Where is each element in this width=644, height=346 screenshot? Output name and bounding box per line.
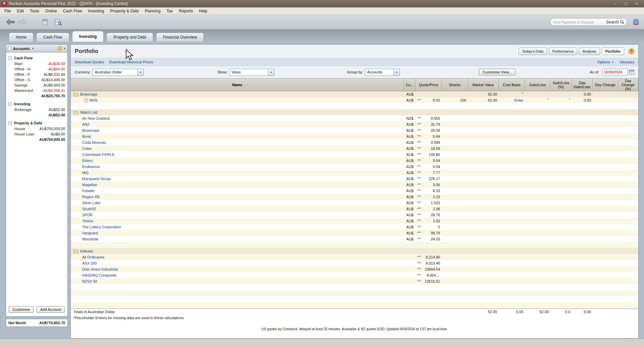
security-name[interactable]: Dow Jones Industrials [82, 267, 118, 271]
column-header-quote-price[interactable]: Quote/Price [416, 78, 442, 91]
asof-date-input[interactable] [602, 69, 628, 75]
menu-investing[interactable]: Investing [85, 8, 107, 14]
column-header-day-change[interactable]: Day Change (%) [618, 78, 638, 91]
tab-investing[interactable]: Investing [72, 31, 104, 42]
view-button-performance[interactable]: Performance [549, 48, 577, 55]
account-offset-p[interactable]: Offset - PAU$6,011.69 [6, 72, 67, 77]
column-header-name[interactable]: Name [71, 78, 404, 91]
column-header-day-gain-loss[interactable]: Day Gain/Loss [572, 78, 593, 91]
account-savings[interactable]: SavingsAU$5,000.00 [6, 82, 67, 88]
customise-view-button[interactable]: Customise View... [479, 69, 516, 75]
security-row-bluescope[interactable]: BluescopeAU$est.20.06 [71, 127, 638, 133]
security-name[interactable]: Coles [82, 147, 92, 151]
security-name[interactable]: RKN [90, 98, 97, 102]
menu-tax[interactable]: Tax [164, 8, 176, 14]
security-row-telstra[interactable]: TelstraAU$est.3.93 [71, 218, 638, 224]
security-name[interactable]: Elders [82, 159, 93, 163]
column-header-cost-basis[interactable]: Cost Basis [499, 78, 525, 91]
account-house-loan[interactable]: House LoanAU$0.00 [6, 131, 67, 137]
security-name[interactable]: NZSX 50 [82, 279, 97, 283]
glossary-link[interactable]: Glossary [620, 60, 634, 64]
tab-property-and-debt[interactable]: Property and Debt [106, 33, 153, 42]
chevron-down-icon[interactable]: ▼ [268, 69, 274, 75]
chevron-down-icon[interactable]: ▼ [393, 69, 399, 75]
security-name[interactable]: Region RE [82, 195, 100, 199]
link-download-quotes[interactable]: Download Quotes [75, 60, 104, 64]
column-header-market-value[interactable]: Market Value [468, 78, 499, 91]
back-button[interactable] [4, 17, 16, 27]
security-row-endeavour[interactable]: EndeavourAU$est.5.04 [71, 164, 638, 170]
security-row-boral[interactable]: BoralAU$est.5.64 [71, 133, 638, 139]
menu-help[interactable]: Help [196, 8, 210, 14]
column-header-cu[interactable]: Cu... [404, 78, 416, 91]
customise-button[interactable]: Customise [9, 306, 34, 313]
accounts-header[interactable]: − Accounts ▼ ▼ [6, 45, 67, 53]
link-download-historical-prices[interactable]: Download Historical Prices [109, 60, 153, 64]
security-row-rkn[interactable]: +RKNAU$est.0.5210052.00Enter**0.00 [71, 97, 638, 103]
group-name[interactable]: Brokerage [80, 92, 97, 96]
tab-financial-overview[interactable]: Financial Overview [156, 33, 204, 42]
view-button-today-s-data[interactable]: Today's Data [519, 48, 547, 55]
collapse-icon[interactable]: − [8, 121, 12, 125]
menu-file[interactable]: File [1, 8, 14, 14]
currency-select[interactable]: Australian Dollar ▼ [93, 69, 144, 76]
column-header-gain-loss[interactable]: Gain/Loss (%) [550, 78, 572, 91]
account-main[interactable]: Main-AU$38.58 [6, 61, 67, 66]
account-brokerage[interactable]: BrokerageAU$52.00 [6, 107, 67, 112]
security-row-vanguard[interactable]: VanguardAU$est.99.79 [71, 230, 638, 236]
minimize-button[interactable]: – [610, 1, 621, 7]
security-row-nasdaq-composite[interactable]: NASDAQ Compositeest.8,854.... [71, 272, 638, 278]
menu-online[interactable]: Online [42, 8, 60, 14]
help-icon[interactable]: ? [628, 48, 634, 54]
security-row-the-lottery-corporation[interactable]: The Lottery CorporationAU$est.5 [71, 224, 638, 230]
search-input[interactable] [553, 20, 604, 24]
security-row-all-ordinaries[interactable]: All Ordinariesest.8,214.80 [71, 254, 638, 260]
group-row-brokerage[interactable]: BrokerageAU$52.00*0.00 [71, 91, 638, 97]
security-name[interactable]: Endeavour [82, 165, 100, 169]
security-row-nzsx-50[interactable]: NZSX 50est.12615.51 [71, 278, 638, 284]
security-name[interactable]: Woodside [82, 237, 99, 241]
security-name[interactable]: Commbank PERLS [82, 153, 114, 157]
options-menu[interactable]: Options ▼ [597, 60, 614, 64]
chevron-down-icon[interactable]: ▼ [137, 69, 143, 75]
security-name[interactable]: Paladin [82, 189, 95, 193]
view-button-analysis[interactable]: Analysis [579, 48, 600, 55]
column-header-shares[interactable]: Shares [442, 78, 468, 91]
tab-cash-flow[interactable]: Cash Flow [36, 33, 69, 42]
security-row-silver-lake[interactable]: Silver LakeAU$est.1.525 [71, 200, 638, 206]
search-box[interactable]: Search [550, 18, 627, 26]
group-row-indexes[interactable]: Indexes [71, 248, 638, 254]
security-name[interactable]: IAG [82, 171, 89, 175]
section-cash-flow[interactable]: −Cash Flow [6, 55, 67, 61]
globe-icon[interactable] [632, 18, 640, 26]
security-row-coda-minerals[interactable]: Coda MineralsAU$est.0.099 [71, 139, 638, 146]
group-name[interactable]: Indexes [80, 249, 93, 253]
security-name[interactable]: ASX 200 [82, 261, 97, 265]
security-name[interactable]: ANZ [82, 122, 90, 126]
security-row-anz[interactable]: ANZAU$est.31.79 [71, 121, 638, 127]
security-row-asx-200[interactable]: ASX 200est.8,013.40 [71, 260, 638, 266]
show-select[interactable]: Value ▼ [229, 69, 274, 76]
security-name[interactable]: Vanguard [82, 231, 98, 235]
security-name[interactable]: All Ordinaries [82, 255, 104, 259]
maximize-button[interactable]: □ [621, 1, 631, 7]
view-button-portfolio[interactable]: Portfolio [602, 48, 624, 55]
security-row-paladin[interactable]: PaladinAU$est.8.33 [71, 188, 638, 194]
expand-icon[interactable]: + [84, 99, 88, 102]
close-button[interactable]: × [631, 1, 642, 7]
security-row-region-re[interactable]: Region REAU$est.2.23 [71, 194, 638, 200]
security-row-spdr[interactable]: SPDRAU$est.28.76 [71, 212, 638, 218]
groupby-select[interactable]: Accounts ▼ [365, 69, 400, 76]
group-name[interactable]: Watch List [80, 110, 97, 114]
collapse-accounts-icon[interactable]: − [8, 47, 11, 50]
security-row-magellan[interactable]: MagellanAU$est.3.06 [71, 182, 638, 188]
security-row-dow-jones-industrials[interactable]: Dow Jones Industrialsest.23664.64 [71, 266, 638, 272]
menu-tools[interactable]: Tools [27, 8, 42, 14]
menu-property-debt[interactable]: Property & Debt [107, 8, 142, 14]
group-row-watch-list[interactable]: Watch List [71, 109, 638, 115]
column-header-day-change[interactable]: Day Change [593, 78, 618, 91]
chevron-down-icon[interactable]: ▼ [63, 47, 66, 50]
security-row-iag[interactable]: IAGAU$est.7.77 [71, 170, 638, 176]
add-account-button[interactable]: Add Account [37, 306, 65, 313]
security-row-elders[interactable]: EldersAU$est.9.04 [71, 158, 638, 164]
